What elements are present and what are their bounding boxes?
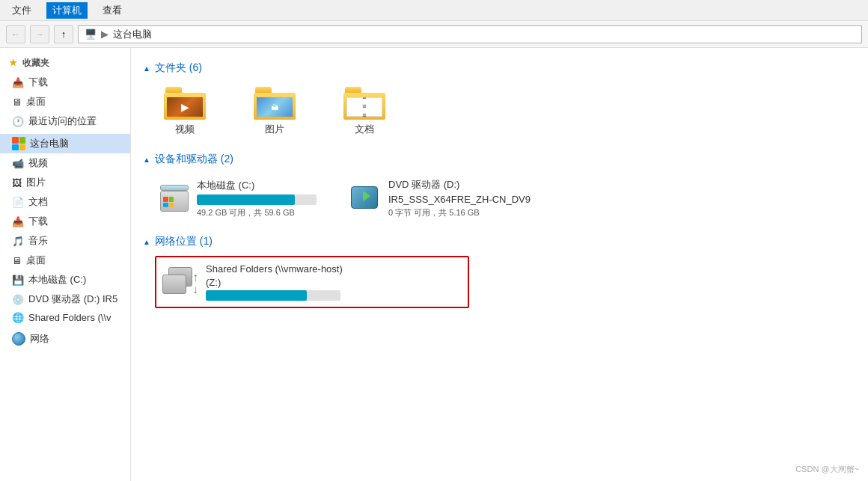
music-folder-icon: 🎵 — [12, 236, 24, 247]
network-title: 网络位置 (1) — [155, 235, 213, 248]
video-folder-label: 视频 — [175, 123, 195, 136]
c-drive-info: 本地磁盘 (C:) 49.2 GB 可用，共 59.6 GB — [197, 179, 317, 218]
shared-folder-icon: 🌐 — [12, 312, 24, 323]
back-button[interactable]: ← — [6, 25, 25, 43]
devices-grid: 本地磁盘 (C:) 49.2 GB 可用，共 59.6 GB — [143, 174, 856, 223]
local-disk-icon: 💾 — [12, 275, 24, 286]
address-path: 这台电脑 — [113, 28, 152, 41]
menu-bar: 文件 计算机 查看 — [0, 0, 868, 21]
d-drive-free-space: 0 字节 可用，共 5.16 GB — [388, 207, 531, 218]
d-drive-subtitle: IR5_SSS_X64FRE_ZH-CN_DV9 — [388, 194, 531, 205]
folders-grid: ▶ 视频 🏔 图片 — [143, 82, 856, 141]
shared-network-subtitle: (Z:) — [206, 277, 343, 288]
sidebar-item-desktop[interactable]: 🖥 桌面 — [0, 92, 130, 111]
folders-section-header[interactable]: 文件夹 (6) — [143, 61, 856, 75]
photo-folder-large-icon: 🏔 — [254, 87, 296, 120]
dvd-drive-icon: 💿 — [12, 294, 24, 305]
downloads-folder-icon: 📥 — [12, 216, 24, 227]
devices-section-header[interactable]: 设备和驱动器 (2) — [143, 153, 856, 166]
folder-item-video[interactable]: ▶ 视频 — [155, 82, 215, 141]
sidebar-item-pictures[interactable]: 🖼 图片 — [0, 173, 130, 192]
sidebar-item-recent[interactable]: 🕐 最近访问的位置 — [0, 111, 130, 131]
sidebar-item-shared[interactable]: 🌐 Shared Folders (\\v — [0, 309, 130, 326]
folder-item-doc[interactable]: ≡≡≡ 文档 — [334, 82, 394, 141]
photo-thumbnail: 🏔 — [257, 97, 293, 117]
desktop2-folder-icon: 🖥 — [12, 255, 22, 266]
sidebar-item-dvd[interactable]: 💿 DVD 驱动器 (D:) IR5 — [0, 289, 130, 309]
menu-file[interactable]: 文件 — [6, 2, 37, 19]
c-drive-progress-bg — [197, 194, 317, 205]
d-drive-name: DVD 驱动器 (D:) — [388, 178, 531, 192]
sidebar-item-download[interactable]: 📥 下载 — [0, 73, 130, 92]
dvd-drive-large-icon — [348, 183, 381, 213]
video-folder-large-icon: ▶ — [164, 87, 206, 120]
picture-folder-icon: 🖼 — [12, 177, 22, 189]
shared-network-progress-bg — [206, 290, 340, 301]
doc-folder-large-icon: ≡≡≡ — [343, 87, 385, 120]
doc-folder-label: 文档 — [355, 123, 374, 136]
star-icon: ★ — [9, 58, 17, 68]
watermark: CSDN @大闸蟹~ — [795, 464, 859, 475]
sidebar-item-desktop2[interactable]: 🖥 桌面 — [0, 251, 130, 270]
sidebar-item-music[interactable]: 🎵 音乐 — [0, 231, 130, 251]
network-icon — [12, 332, 25, 346]
folder-item-photo[interactable]: 🏔 图片 — [245, 82, 305, 141]
devices-title: 设备和驱动器 (2) — [155, 153, 233, 166]
network-item-shared[interactable]: ↑↓ Shared Folders (\\vmware-host) (Z:) — [155, 256, 469, 308]
content-area: 文件夹 (6) ▶ 视频 — [131, 48, 868, 481]
shared-network-name: Shared Folders (\\vmware-host) — [206, 263, 343, 275]
sidebar-item-documents[interactable]: 📄 文档 — [0, 192, 130, 212]
sidebar-item-this-pc[interactable]: 这台电脑 — [0, 134, 130, 153]
shared-network-progress-fill — [206, 290, 307, 301]
d-drive-info: DVD 驱动器 (D:) IR5_SSS_X64FRE_ZH-CN_DV9 0 … — [388, 178, 531, 218]
download-folder-icon: 📥 — [12, 77, 24, 88]
video-folder-icon: 📹 — [12, 158, 24, 169]
photo-folder-label: 图片 — [265, 123, 284, 136]
network-section-header[interactable]: 网络位置 (1) — [143, 235, 856, 248]
network-drive-large-icon: ↑↓ — [162, 267, 198, 297]
sidebar-item-local-disk[interactable]: 💾 本地磁盘 (C:) — [0, 270, 130, 289]
doc-thumbnail: ≡≡≡ — [346, 97, 382, 117]
forward-button[interactable]: → — [30, 25, 49, 43]
document-folder-icon: 📄 — [12, 197, 24, 208]
recent-icon: 🕐 — [12, 116, 24, 127]
c-drive-name: 本地磁盘 (C:) — [197, 179, 317, 192]
video-thumbnail: ▶ — [167, 97, 203, 117]
device-item-d[interactable]: DVD 驱动器 (D:) IR5_SSS_X64FRE_ZH-CN_DV9 0 … — [343, 174, 535, 223]
desktop-folder-icon: 🖥 — [12, 96, 22, 108]
address-bar[interactable]: 🖥️ ▶ 这台电脑 — [78, 25, 862, 43]
folders-title: 文件夹 (6) — [155, 61, 202, 75]
address-separator: ▶ — [101, 28, 109, 40]
shared-network-info: Shared Folders (\\vmware-host) (Z:) — [206, 263, 343, 301]
c-drive-free-space: 49.2 GB 可用，共 59.6 GB — [197, 207, 317, 218]
sidebar: ★ 收藏夹 📥 下载 🖥 桌面 🕐 最近访问的位置 — [0, 48, 131, 481]
c-drive-progress-fill — [197, 194, 295, 205]
network-items-container: ↑↓ Shared Folders (\\vmware-host) (Z:) — [143, 256, 856, 308]
toolbar: ← → ↑ 🖥️ ▶ 这台电脑 — [0, 21, 868, 48]
sidebar-item-videos[interactable]: 📹 视频 — [0, 153, 130, 173]
sidebar-item-downloads[interactable]: 📥 下载 — [0, 212, 130, 231]
favorites-section[interactable]: ★ 收藏夹 — [0, 54, 130, 73]
computer-icon: 🖥️ — [85, 28, 97, 40]
hdd-icon — [159, 183, 189, 213]
this-pc-icon — [12, 137, 25, 150]
menu-view[interactable]: 查看 — [97, 2, 128, 19]
up-button[interactable]: ↑ — [54, 25, 73, 43]
device-item-c[interactable]: 本地磁盘 (C:) 49.2 GB 可用，共 59.6 GB — [155, 174, 321, 223]
main-layout: ★ 收藏夹 📥 下载 🖥 桌面 🕐 最近访问的位置 — [0, 48, 868, 481]
sidebar-item-network[interactable]: 网络 — [0, 329, 130, 349]
menu-computer[interactable]: 计算机 — [46, 2, 88, 19]
